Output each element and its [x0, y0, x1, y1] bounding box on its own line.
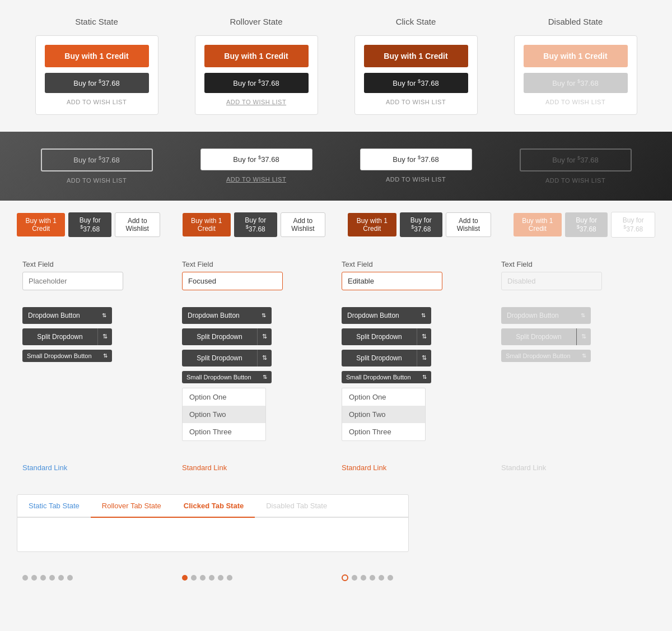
inline-group-rollover: Buy with 1 Credit Buy for $37.68 Add to … [183, 212, 326, 237]
dots-col-1 [17, 574, 176, 581]
dot-1-2 [31, 575, 37, 581]
dot-2-6[interactable] [227, 575, 232, 581]
btn-inline-buy-rollover[interactable]: Buy for $37.68 [234, 212, 277, 237]
state-card-disabled: Buy with 1 Credit Buy for $37.68 ADD TO … [514, 35, 637, 115]
btn-inline-credit-rollover[interactable]: Buy with 1 Credit [183, 213, 231, 236]
split-arrow-click-1[interactable]: ⇅ [417, 328, 431, 345]
section-text-fields: Text Field Text Field Text Field Text Fi… [0, 249, 672, 301]
dot-3-6[interactable] [388, 575, 393, 581]
dropdown-col-click: Dropdown Button ⇅ Split Dropdown ⇅ Split… [336, 307, 496, 441]
split-arrow-static[interactable]: ⇅ [98, 328, 112, 345]
btn-buy-dark-rollover[interactable]: Buy for $37.68 [200, 149, 312, 170]
link-wishlist-click[interactable]: ADD TO WISH LIST [386, 99, 446, 105]
split-main-static[interactable]: Split Dropdown [22, 328, 98, 345]
dropdown-btn-rollover[interactable]: Dropdown Button ⇅ [182, 307, 272, 324]
dot-3-2[interactable] [352, 575, 357, 581]
tab-static[interactable]: Static Tab State [17, 495, 91, 518]
btn-credit-click[interactable]: Buy with 1 Credit [364, 45, 468, 67]
dropdown-col-static: Dropdown Button ⇅ Split Dropdown ⇅ Small… [17, 307, 176, 441]
link-static[interactable]: Standard Link [22, 463, 67, 472]
state-static: Static State Buy with 1 Credit Buy for $… [17, 11, 176, 120]
menu-item-click-0[interactable]: Option One [342, 388, 425, 406]
dot-3-4[interactable] [370, 575, 375, 581]
section-links: Standard Link Standard Link Standard Lin… [0, 452, 672, 483]
dropdown-btn-static[interactable]: Dropdown Button ⇅ [22, 307, 112, 324]
dot-1-3 [40, 575, 46, 581]
split-dropdown-click-1: Split Dropdown ⇅ [342, 328, 431, 345]
tab-rollover[interactable]: Rollover Tab State [91, 495, 172, 518]
link-wishlist-static[interactable]: ADD TO WISH LIST [67, 99, 127, 105]
field-col-focused: Text Field [176, 260, 336, 290]
dot-2-3[interactable] [200, 575, 206, 581]
link-wishlist-dark-disabled: ADD TO WISH LIST [545, 177, 605, 184]
dropdown-btn-click[interactable]: Dropdown Button ⇅ [342, 307, 431, 324]
btn-inline-buy-disabled: Buy for $37.68 [565, 212, 608, 237]
btn-inline-buy-static[interactable]: Buy for $37.68 [68, 212, 111, 237]
link-wishlist-rollover[interactable]: ADD TO WISH LIST [226, 99, 286, 105]
inline-group-disabled: Buy with 1 Credit Buy for $37.68 Buy for… [514, 212, 655, 238]
split-main-click-1[interactable]: Split Dropdown [342, 328, 417, 345]
field-col-disabled: Text Field [496, 260, 655, 290]
small-dropdown-click[interactable]: Small Dropdown Button ⇅ [342, 371, 431, 383]
menu-item-click-1[interactable]: Option Two [342, 406, 425, 423]
text-field-focused[interactable] [182, 272, 283, 290]
btn-buy-dark-click[interactable]: Buy for $37.68 [360, 149, 472, 170]
inline-group-click: Buy with 1 Credit Buy for $37.68 Add to … [348, 212, 491, 237]
dot-3-5[interactable] [379, 575, 384, 581]
text-field-placeholder[interactable] [22, 272, 123, 290]
dot-2-2[interactable] [191, 575, 197, 581]
link-wishlist-dark-rollover[interactable]: ADD TO WISH LIST [226, 176, 286, 183]
dot-2-5[interactable] [218, 575, 223, 581]
split-dropdown-disabled: Split Dropdown ⇅ [501, 328, 591, 345]
dot-3-1[interactable] [342, 574, 348, 581]
state-card-rollover: Buy with 1 Credit Buy for $37.68 ADD TO … [195, 35, 318, 115]
split-arrow-click-2[interactable]: ⇅ [417, 350, 431, 366]
btn-buy-static[interactable]: Buy for $37.68 [45, 73, 149, 93]
small-dropdown-rollover[interactable]: Small Dropdown Button ⇅ [182, 371, 272, 383]
state-disabled: Disabled State Buy with 1 Credit Buy for… [496, 11, 655, 120]
btn-buy-dark-disabled: Buy for $37.68 [520, 149, 632, 171]
btn-inline-wishlist-static[interactable]: Add to Wishlist [115, 212, 160, 237]
split-main-click-2[interactable]: Split Dropdown [342, 350, 417, 366]
menu-item-click-2[interactable]: Option Three [342, 423, 425, 440]
menu-item-1[interactable]: Option Two [183, 406, 265, 423]
tab-clicked[interactable]: Clicked Tab State [172, 495, 255, 518]
link-wishlist-disabled: ADD TO WISH LIST [545, 99, 605, 105]
section-dots [0, 563, 672, 592]
split-arrow-rollover-1[interactable]: ⇅ [258, 328, 272, 345]
link-rollover[interactable]: Standard Link [182, 463, 227, 472]
dot-2-4[interactable] [209, 575, 214, 581]
dropdown-col-rollover: Dropdown Button ⇅ Split Dropdown ⇅ Split… [176, 307, 336, 441]
btn-credit-rollover[interactable]: Buy with 1 Credit [204, 45, 309, 67]
tab-disabled: Disabled Tab State [255, 495, 338, 518]
menu-item-0[interactable]: Option One [183, 388, 265, 406]
split-arrow-rollover-2[interactable]: ⇅ [258, 350, 272, 366]
btn-buy-rollover[interactable]: Buy for $37.68 [204, 73, 309, 93]
btn-buy-disabled: Buy for $37.68 [524, 73, 628, 93]
field-col-editable: Text Field [336, 260, 496, 290]
btn-credit-static[interactable]: Buy with 1 Credit [45, 45, 149, 67]
btn-buy-click[interactable]: Buy for $37.68 [364, 73, 468, 93]
btn-inline-wishlist-click[interactable]: Add to Wishlist [446, 212, 491, 237]
text-field-editable[interactable] [342, 272, 442, 290]
tabs-container: Static Tab State Rollover Tab State Clic… [17, 494, 409, 552]
small-dropdown-static[interactable]: Small Dropdown Button ⇅ [22, 350, 112, 362]
btn-inline-credit-static[interactable]: Buy with 1 Credit [17, 213, 65, 236]
btn-inline-credit-click[interactable]: Buy with 1 Credit [348, 213, 396, 236]
link-wishlist-dark-static[interactable]: ADD TO WISH LIST [67, 177, 127, 184]
state-rollover: Rollover State Buy with 1 Credit Buy for… [176, 11, 336, 120]
btn-buy-dark-static[interactable]: Buy for $37.68 [41, 149, 153, 171]
menu-item-2[interactable]: Option Three [183, 423, 265, 440]
link-wishlist-dark-click[interactable]: ADD TO WISH LIST [386, 176, 446, 183]
btn-credit-disabled: Buy with 1 Credit [524, 45, 628, 67]
split-main-rollover-2[interactable]: Split Dropdown [182, 350, 258, 366]
dot-3-3[interactable] [361, 575, 366, 581]
btn-inline-wishlist-disabled: Buy for $37.68 [611, 212, 655, 238]
split-main-rollover-1[interactable]: Split Dropdown [182, 328, 258, 345]
btn-inline-buy-click[interactable]: Buy for $37.68 [400, 212, 443, 237]
state-card-click: Buy with 1 Credit Buy for $37.68 ADD TO … [354, 35, 478, 115]
btn-inline-wishlist-rollover[interactable]: Add to Wishlist [281, 212, 326, 237]
dot-1-4 [49, 575, 55, 581]
link-clicked[interactable]: Standard Link [342, 463, 386, 472]
dot-2-1[interactable] [182, 575, 188, 581]
